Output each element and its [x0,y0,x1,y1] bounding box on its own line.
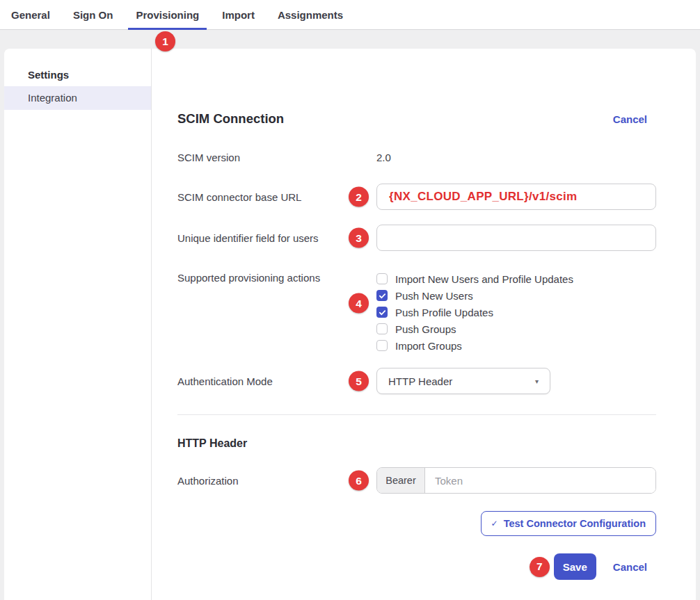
scim-version-row: SCIM version 2.0 [177,151,656,163]
tab-provisioning[interactable]: Provisioning [136,0,199,30]
sidebar-item-integration[interactable]: Integration [4,86,151,110]
provisioning-action-label: Import Groups [395,340,462,352]
step-badge-2: 2 [349,187,369,207]
unique-id-input[interactable] [376,225,656,251]
provisioning-action-label: Push New Users [395,290,473,302]
provisioning-action-row[interactable]: Import Groups [376,337,573,354]
scim-version-value: 2.0 [376,152,391,163]
provisioning-action-row[interactable]: Push Groups [376,321,573,337]
content-card: Settings Integration SCIM Connection Can… [4,49,696,600]
tab-import[interactable]: Import [222,0,255,30]
chevron-down-icon: ▾ [535,378,539,385]
step-badge-4: 4 [349,293,369,314]
auth-mode-select[interactable]: HTTP Header ▾ [376,368,550,394]
provisioning-action-label: Import New Users and Profile Updates [395,273,573,285]
check-icon: ✓ [491,519,498,528]
provisioning-action-row[interactable]: Import New Users and Profile Updates [376,270,573,287]
step-badge-5: 5 [349,371,369,391]
checkbox-unchecked-icon[interactable] [376,323,388,334]
section-divider [177,414,656,415]
cancel-link-top[interactable]: Cancel [613,113,647,125]
sidebar-heading: Settings [4,70,151,81]
authorization-label: Authorization [177,475,376,487]
provisioning-action-row[interactable]: Push Profile Updates [376,304,573,321]
unique-id-label: Unique identifier field for users [177,232,376,244]
test-connector-label: Test Connector Configuration [504,518,646,529]
tab-general[interactable]: General [11,0,50,30]
tab-bar-tabs: GeneralSign OnProvisioningImportAssignme… [11,0,366,30]
tab-sign-on[interactable]: Sign On [73,0,113,30]
checkbox-unchecked-icon[interactable] [376,273,388,284]
step-badge-1: 1 [155,31,175,51]
authorization-input-group: Bearer [376,467,656,494]
step-badge-3: 3 [349,228,369,248]
checkbox-unchecked-icon[interactable] [376,340,388,351]
provisioning-action-row[interactable]: Push New Users [376,287,573,304]
bearer-prefix: Bearer [377,468,425,493]
step-badge-6: 6 [349,471,369,491]
page-title: SCIM Connection [177,111,284,127]
token-input[interactable] [425,468,655,493]
authorization-row: Authorization 6 Bearer [177,467,656,494]
provisioning-action-label: Push Profile Updates [395,307,493,318]
scim-version-label: SCIM version [177,152,376,163]
provisioning-action-label: Push Groups [395,323,456,335]
provisioning-actions-list: Import New Users and Profile UpdatesPush… [376,270,573,354]
sidebar: Settings Integration [4,49,152,600]
step-badge-7: 7 [530,557,550,577]
save-button[interactable]: Save [554,553,596,580]
test-connector-button[interactable]: ✓ Test Connector Configuration [481,511,656,536]
provisioning-actions-row: Supported provisioning actions 4 Import … [177,270,656,354]
main-panel: SCIM Connection Cancel SCIM version 2.0 … [152,49,696,600]
auth-mode-value: HTTP Header [388,375,452,387]
provisioning-actions-label: Supported provisioning actions [177,270,376,286]
http-header-section-title: HTTP Header [177,437,656,450]
checkbox-checked-icon[interactable] [376,307,388,318]
base-url-label: SCIM connector base URL [177,191,376,203]
tab-bar: GeneralSign OnProvisioningImportAssignme… [0,0,700,30]
base-url-row: SCIM connector base URL 2 [177,184,656,210]
tab-assignments[interactable]: Assignments [278,0,343,30]
auth-mode-row: Authentication Mode 5 HTTP Header ▾ [177,368,656,394]
cancel-link-bottom[interactable]: Cancel [613,561,647,573]
auth-mode-label: Authentication Mode [177,375,376,387]
base-url-input[interactable] [376,184,656,210]
unique-id-row: Unique identifier field for users 3 [177,225,656,251]
checkbox-checked-icon[interactable] [376,290,388,301]
